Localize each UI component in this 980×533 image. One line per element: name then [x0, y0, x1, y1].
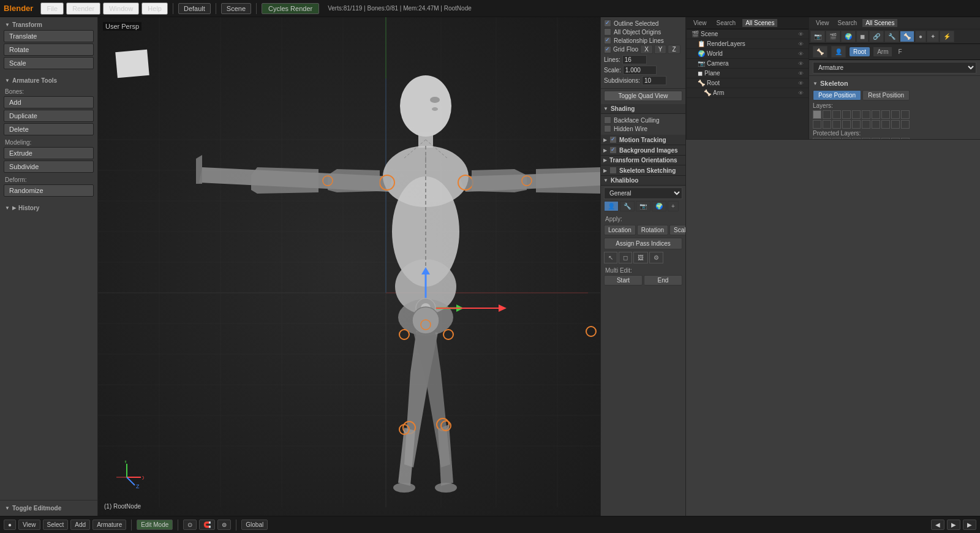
khalibloo-btn3[interactable]: 📷 [636, 201, 650, 211]
layer-18[interactable] [881, 120, 890, 129]
grid-floor-checkbox[interactable] [604, 46, 611, 53]
scene-eye-btn[interactable]: 👁 [798, 31, 804, 37]
rl-eye-btn[interactable]: 👁 [798, 41, 804, 47]
root-item[interactable]: 🦴 Root 👁 [687, 78, 809, 88]
bottom-play-btn[interactable]: ▶ [947, 520, 960, 530]
translate-btn[interactable]: Translate [4, 30, 94, 42]
bottom-add-btn[interactable]: Add [70, 520, 90, 530]
menu-file[interactable]: File [40, 2, 64, 15]
world-eye-btn[interactable]: 👁 [798, 51, 804, 57]
khalibloo-btn2[interactable]: 🔧 [620, 201, 635, 211]
layers-grid[interactable] [813, 109, 976, 130]
render-layers-item[interactable]: 📋 RenderLayers 👁 [687, 39, 809, 49]
prop-tab-data[interactable]: 🦴 [900, 31, 914, 42]
layer-11[interactable] [813, 120, 821, 129]
prop-tab-world[interactable]: 🌍 [841, 31, 856, 42]
bottom-armature-btn[interactable]: Armature [92, 520, 126, 530]
layer-19[interactable] [891, 120, 900, 129]
root-selector[interactable]: Root [850, 47, 870, 56]
history-header[interactable]: ▶ History [4, 203, 94, 213]
menu-help[interactable]: Help [141, 2, 168, 15]
prop-tab-modifiers[interactable]: 🔧 [884, 31, 899, 42]
start-btn[interactable]: Start [604, 275, 643, 285]
prop-tab-scene[interactable]: 🎬 [826, 31, 840, 42]
prop-search-tab[interactable]: Search [835, 19, 861, 27]
extrude-btn[interactable]: Extrude [4, 147, 94, 159]
prop-all-scenes-tab[interactable]: All Scenes [862, 19, 897, 27]
rotate-btn[interactable]: Rotate [4, 43, 94, 56]
scale-input[interactable] [623, 66, 657, 75]
arm-head-btn2[interactable]: 👤 [831, 46, 846, 58]
bottom-icon-btn[interactable]: ● [4, 520, 16, 530]
grid-x-btn[interactable]: X [640, 45, 653, 54]
prop-tab-materials[interactable]: ● [915, 31, 926, 42]
layer-10[interactable] [901, 110, 910, 119]
arm-head-btn1[interactable]: 🦴 [813, 46, 827, 58]
layer-15[interactable] [852, 120, 861, 129]
image-icon-btn[interactable]: 🖼 [633, 252, 648, 263]
player-8[interactable] [881, 138, 890, 139]
scene-item[interactable]: 🎬 Scene 👁 [687, 29, 809, 39]
outliner-search-tab[interactable]: Search [714, 19, 739, 27]
prop-tab-constraints[interactable]: 🔗 [869, 31, 884, 42]
viewport-canvas[interactable]: User Persp X Y Z (1) RootNode [98, 17, 600, 516]
scene-selector[interactable]: Scene [221, 3, 251, 14]
menu-render[interactable]: Render [66, 2, 100, 15]
bottom-snap-btn[interactable]: 🧲 [199, 520, 215, 530]
transform-header[interactable]: Transform [4, 20, 94, 30]
grid-y-btn[interactable]: Y [654, 45, 667, 54]
prop-tab-particles[interactable]: ✦ [927, 31, 939, 42]
prop-tab-object[interactable]: ◼ [856, 31, 869, 42]
randomize-btn[interactable]: Randomize [4, 184, 94, 197]
khalibloo-btn4[interactable]: 🌍 [652, 201, 666, 211]
bottom-global-btn[interactable]: Global [241, 520, 268, 530]
background-images-row[interactable]: ▶ Background Images [601, 145, 685, 156]
grid-z-btn[interactable]: Z [668, 45, 680, 54]
layer-9[interactable] [891, 110, 900, 119]
camera-item[interactable]: 📷 Camera 👁 [687, 59, 809, 69]
bottom-keyframe-next-btn[interactable]: ▶ [963, 520, 976, 530]
location-apply-btn[interactable]: Location [604, 225, 636, 235]
workspace-mode-btn[interactable]: Default [178, 3, 211, 14]
delete-bone-btn[interactable]: Delete [4, 123, 94, 135]
bottom-keyframe-btn[interactable]: ◀ [931, 520, 944, 530]
layer-17[interactable] [872, 120, 880, 129]
player-9[interactable] [891, 138, 900, 139]
bottom-select-btn[interactable]: Select [43, 520, 69, 530]
toggle-quad-view-btn[interactable]: Toggle Quad View [604, 91, 682, 101]
bottom-view-btn[interactable]: View [18, 520, 40, 530]
outliner-view-tab[interactable]: View [690, 19, 710, 27]
assign-pass-indices-btn[interactable]: Assign Pass Indices [604, 238, 682, 249]
select-icon-btn[interactable]: ◻ [619, 252, 632, 263]
relationship-lines-checkbox[interactable] [604, 37, 611, 44]
end-btn[interactable]: End [644, 275, 682, 285]
bottom-proportional-btn[interactable]: ⊚ [217, 520, 231, 530]
cursor-icon-btn[interactable]: ↖ [604, 252, 617, 263]
subdivisions-input[interactable] [642, 76, 666, 85]
outliner-all-scenes-tab[interactable]: All Scenes [742, 19, 777, 27]
arm-selector[interactable]: Arm [873, 47, 892, 56]
khalibloo-btn1[interactable]: 👤 [604, 201, 619, 211]
backface-culling-checkbox[interactable] [604, 116, 611, 124]
scale-apply-btn[interactable]: Scale [669, 225, 686, 235]
pose-position-btn[interactable]: Pose Position [813, 90, 861, 100]
layer-3[interactable] [832, 110, 841, 119]
motion-tracking-checkbox[interactable] [609, 136, 617, 143]
plane-item[interactable]: ◼ Plane 👁 [687, 69, 809, 78]
layer-13[interactable] [832, 120, 841, 129]
shading-section[interactable]: ▼ Shading [601, 104, 685, 114]
all-object-origins-checkbox[interactable] [604, 28, 611, 36]
layer-12[interactable] [823, 120, 831, 129]
camera-eye-btn[interactable]: 👁 [798, 61, 804, 67]
prop-tab-physics[interactable]: ⚡ [940, 31, 954, 42]
prop-view-tab[interactable]: View [813, 19, 832, 27]
viewport[interactable]: User Persp X Y Z (1) RootNode [98, 17, 600, 516]
arm-item[interactable]: 🦴 Arm 👁 [687, 88, 809, 98]
bottom-edit-mode-btn[interactable]: Edit Mode [137, 520, 173, 530]
layer-14[interactable] [842, 120, 851, 129]
scale-btn[interactable]: Scale [4, 57, 94, 69]
f-key-indicator[interactable]: F [898, 48, 902, 55]
armature-tools-header[interactable]: Armature Tools [4, 75, 94, 86]
player-6[interactable] [862, 138, 870, 139]
general-dropdown[interactable]: General [604, 187, 682, 199]
